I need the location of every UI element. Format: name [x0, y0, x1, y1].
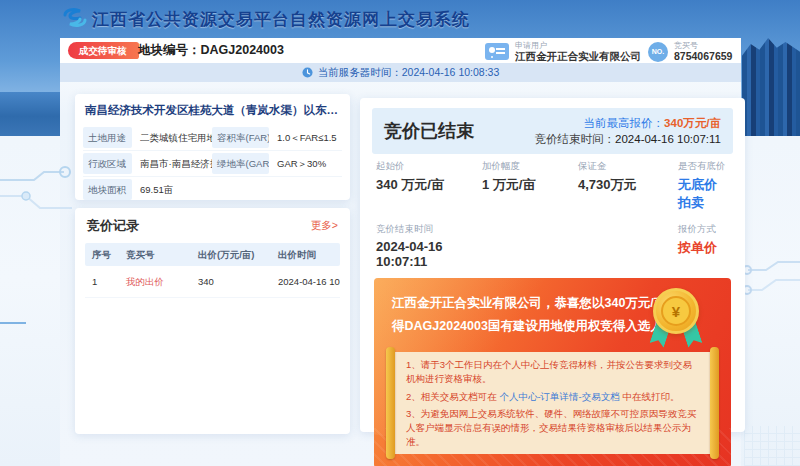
bid-records-title: 竞价记录 [87, 217, 139, 235]
plot-code: 地块编号：DAGJ2024003 [138, 38, 284, 63]
bid-price: 340 [191, 266, 271, 297]
bid-records-table: 序号 竞买号 出价(万元/亩) 出价时间 1 我的出价 340 2024-04-… [85, 243, 340, 298]
more-link[interactable]: 更多> [311, 219, 338, 233]
bid-table-header-row: 序号 竞买号 出价(万元/亩) 出价时间 [85, 243, 340, 266]
land-table-row: 土地用途 二类城镇住宅用地、… 容积率(FAR) 1.0＜FAR≤1.5 [83, 125, 342, 151]
column-header-bidder: 竞买号 [119, 243, 191, 266]
bid-records-header: 竞价记录 更多> [75, 208, 350, 243]
info-start-price: 起始价 340 万元/亩 [376, 160, 482, 212]
scroll-roller-right [710, 347, 719, 459]
page-title: 江西省公共资源交易平台自然资源网上交易系统 [92, 8, 470, 31]
info-quote-mode: 报价方式 按单价 [678, 223, 729, 269]
congratulations-banner: 江西金开正合实业有限公司，恭喜您以340万元/亩,获得DAGJ2024003国有… [374, 278, 731, 466]
top-info-bar: 成交待审核 地块编号：DAGJ2024003 申请用户 江西金开正合实业有限公司… [60, 38, 741, 63]
end-time-line: 竞价结束时间：2024-04-16 10:07:11 [535, 131, 721, 147]
info-reserve-price: 是否有底价 无底价拍卖 [678, 160, 729, 212]
gold-coin-icon: ¥ [653, 288, 699, 334]
highest-bid-value: 340万元/亩 [664, 117, 721, 129]
land-field-value: 二类城镇住宅用地、… [135, 125, 212, 150]
id-card-icon [485, 43, 509, 60]
land-info-card: 南昌经济技术开发区桂苑大道（青岚水渠）以东、双港西大街绿地以南… 土地用途 二类… [75, 94, 350, 200]
table-row: 1 我的出价 340 2024-04-16 10:03:11:588 [85, 266, 340, 298]
bid-records-card: 竞价记录 更多> 序号 竞买号 出价(万元/亩) 出价时间 1 我的出价 340… [75, 208, 350, 434]
auction-status: 竞价已结束 [384, 119, 474, 143]
applicant-name: 江西金开正合实业有限公司 [515, 50, 641, 62]
line-decoration-left [0, 322, 26, 324]
clock-icon [302, 67, 313, 78]
circuit-decoration-left [0, 166, 72, 224]
page-root: 江西省公共资源交易平台自然资源网上交易系统 成交待审核 地块编号：DAGJ202… [0, 0, 800, 466]
land-field-value: 1.0＜FAR≤1.5 [272, 125, 342, 150]
bidder-number-block: NO. 竞买号 8754067659 [648, 41, 732, 62]
server-time-text: 当前服务器时间：2024-04-16 10:08:33 [318, 66, 500, 80]
notice-item-1: 1、请于3个工作日内在个人中心上传竞得材料，并按公告要求到交易机构进行资格审核。 [406, 358, 699, 387]
highest-bid-line: 当前最高报价：340万元/亩 [535, 115, 721, 131]
auction-info-grid: 起始价 340 万元/亩 加价幅度 1 万元/亩 保证金 4,730万元 是否有… [376, 160, 729, 269]
land-field-value: 69.51亩 [135, 177, 212, 202]
auction-result-card: 竞价已结束 当前最高报价：340万元/亩 竞价结束时间：2024-04-16 1… [360, 98, 745, 432]
land-table-row: 地块面积 69.51亩 [83, 177, 342, 202]
column-header-seq: 序号 [85, 243, 119, 266]
notice-item-2: 2、相关交易文档可在 个人中心-订单详情-交易文档 中在线打印。 [406, 390, 699, 404]
land-field-label: 土地用途 [83, 127, 132, 148]
notice-scroll: 1、请于3个工作日内在个人中心上传竞得材料，并按公告要求到交易机构进行资格审核。… [390, 352, 715, 454]
notice2-prefix: 2、相关交易文档可在 [406, 391, 499, 402]
bid-bidder: 我的出价 [119, 266, 191, 297]
plot-code-label: 地块编号： [138, 43, 201, 57]
bidder-number-label: 竞买号 [674, 41, 732, 50]
medal-icon: ¥ [645, 288, 707, 352]
applicant-label: 申请用户 [515, 41, 641, 50]
land-field-label: 容积率(FAR) [212, 127, 269, 148]
land-field-label: 行政区域 [83, 153, 132, 174]
land-field-value: 南昌市·南昌经济技… [135, 151, 212, 176]
land-field-empty [212, 179, 269, 200]
applicant-block: 申请用户 江西金开正合实业有限公司 [485, 41, 641, 62]
scroll-roller-left [386, 347, 395, 459]
land-info-table: 土地用途 二类城镇住宅用地、… 容积率(FAR) 1.0＜FAR≤1.5 行政区… [83, 125, 342, 202]
end-time-value: 2024-04-16 10:07:11 [615, 133, 721, 145]
column-header-time: 出价时间 [271, 243, 340, 266]
auction-status-meta: 当前最高报价：340万元/亩 竞价结束时间：2024-04-16 10:07:1… [535, 115, 721, 147]
auction-status-strip: 竞价已结束 当前最高报价：340万元/亩 竞价结束时间：2024-04-16 1… [372, 108, 733, 154]
land-field-label: 地块面积 [83, 179, 132, 200]
plot-code-value: DAGJ2024003 [201, 43, 284, 57]
notice-item-3: 3、为避免因网上交易系统软件、硬件、网络故障不可控原因导致竞买人客户端显示信息有… [406, 407, 699, 450]
info-deposit: 保证金 4,730万元 [578, 160, 678, 212]
grid-decoration-bottom-right [744, 426, 800, 466]
yuan-symbol: ¥ [661, 296, 691, 326]
bidder-number-value: 8754067659 [674, 50, 732, 62]
bid-time: 2024-04-16 10:03:11:588 [271, 266, 340, 297]
land-field-value: GAR＞30% [272, 151, 342, 176]
server-time-bar: 当前服务器时间：2024-04-16 10:08:33 [60, 63, 741, 82]
land-table-row: 行政区域 南昌市·南昌经济技… 绿地率(GAR) GAR＞30% [83, 151, 342, 177]
platform-logo-icon [62, 6, 88, 30]
land-field-empty [272, 177, 342, 202]
notice2-suffix: 中在线打印。 [620, 391, 680, 402]
status-badge: 成交待审核 [68, 42, 139, 59]
column-header-price: 出价(万元/亩) [191, 243, 271, 266]
cityscape-photo-right [742, 38, 800, 136]
bid-seq: 1 [85, 266, 119, 297]
end-time-label: 竞价结束时间： [535, 133, 616, 145]
number-icon: NO. [648, 42, 668, 62]
trade-docs-link[interactable]: 个人中心-订单详情-交易文档 [499, 391, 619, 402]
info-increment: 加价幅度 1 万元/亩 [482, 160, 578, 212]
land-title: 南昌经济技术开发区桂苑大道（青岚水渠）以东、双港西大街绿地以南… [75, 94, 350, 125]
info-end-time: 竞价结束时间 2024-04-16 10:07:11 [376, 223, 482, 269]
circuit-decoration-right [740, 260, 800, 306]
land-field-label: 绿地率(GAR) [212, 153, 269, 174]
cityscape-photo-left [0, 92, 62, 136]
highest-bid-label: 当前最高报价： [584, 117, 665, 129]
